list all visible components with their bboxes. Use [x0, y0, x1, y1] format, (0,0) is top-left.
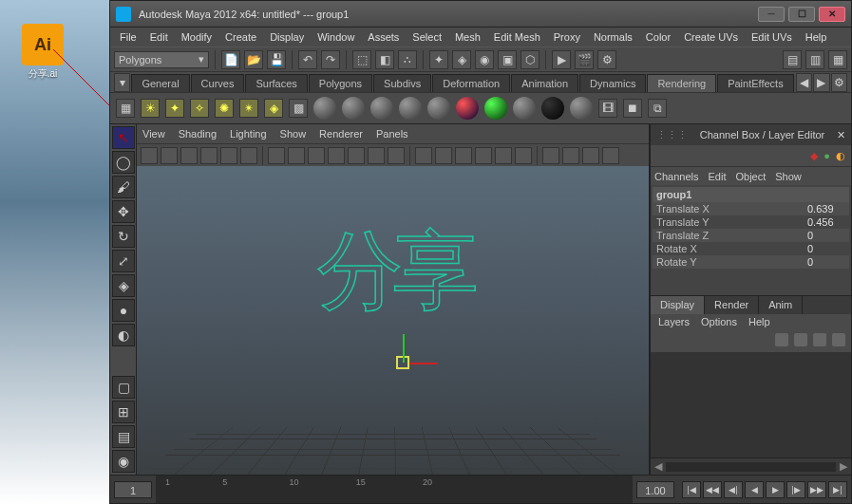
current-frame-field[interactable]: 1.00: [636, 481, 674, 498]
play-forward-button[interactable]: ▶: [766, 481, 785, 498]
menu-proxy[interactable]: Proxy: [548, 29, 586, 45]
persp-viewport[interactable]: 分享: [137, 166, 649, 475]
vp-2d-pan[interactable]: [220, 147, 237, 164]
hypershade-button[interactable]: ◉: [112, 450, 135, 473]
new-empty-layer-button[interactable]: [813, 333, 826, 346]
titlebar[interactable]: Autodesk Maya 2012 x64: untitled* --- gr…: [110, 1, 851, 28]
shelf-tab-surfaces[interactable]: Surfaces: [245, 74, 307, 92]
channel-box-toggle[interactable]: ▦: [828, 50, 847, 69]
cancel-batch-button[interactable]: ⏹: [623, 99, 642, 118]
vp-xray[interactable]: [562, 147, 579, 164]
render-button[interactable]: 🎬: [575, 50, 594, 69]
vp-menu-view[interactable]: View: [142, 128, 165, 140]
shelf-tab-painteffects[interactable]: PaintEffects: [717, 74, 794, 92]
vp-select-camera[interactable]: [141, 147, 158, 164]
desktop-file-icon[interactable]: Ai 分享.ai: [14, 24, 71, 81]
ramp-shader-button[interactable]: [456, 97, 479, 120]
universal-manip-tool[interactable]: ◈: [112, 274, 135, 297]
menu-create[interactable]: Create: [219, 29, 262, 45]
step-back-key-button[interactable]: ◀◀: [703, 481, 722, 498]
new-layer-selected-button[interactable]: [832, 333, 845, 346]
channel-object-name[interactable]: group1: [653, 187, 849, 202]
save-scene-button[interactable]: 💾: [267, 50, 286, 69]
vp-menu-shading[interactable]: Shading: [179, 128, 217, 140]
undo-button[interactable]: ↶: [298, 50, 317, 69]
menu-select[interactable]: Select: [407, 29, 447, 45]
menu-assets[interactable]: Assets: [362, 29, 405, 45]
channel-box-header[interactable]: ⋮⋮⋮ Channel Box / Layer Editor ✕: [651, 124, 851, 145]
vp-lock-camera[interactable]: [161, 147, 178, 164]
time-slider[interactable]: 1 1 5 10 15 20 1.00 |◀ ◀◀ ◀| ◀ ▶ |▶ ▶▶ ▶…: [110, 475, 851, 503]
panel-close-icon[interactable]: ✕: [837, 129, 845, 141]
snap-point-button[interactable]: ◉: [475, 50, 494, 69]
move-layer-up-button[interactable]: [775, 333, 788, 346]
redo-button[interactable]: ↷: [321, 50, 340, 69]
layer-tab-anim[interactable]: Anim: [759, 296, 803, 314]
vp-textured[interactable]: [455, 147, 472, 164]
layer-list[interactable]: [651, 352, 851, 458]
step-forward-key-button[interactable]: ▶▶: [807, 481, 826, 498]
shelf-tab-polygons[interactable]: Polygons: [309, 74, 372, 92]
shelf-tab-general[interactable]: General: [131, 74, 189, 92]
channel-manipulator-icon[interactable]: ◆: [810, 150, 818, 162]
lasso-tool[interactable]: ◯: [112, 151, 135, 174]
step-back-button[interactable]: ◀|: [724, 481, 743, 498]
shelf-menu-button[interactable]: ▾: [114, 73, 130, 92]
snap-live-button[interactable]: ⬡: [521, 50, 540, 69]
shelf-swatch-button[interactable]: ▦: [116, 99, 135, 118]
layered-shader-button[interactable]: [484, 97, 507, 120]
menu-window[interactable]: Window: [312, 29, 360, 45]
scale-tool[interactable]: ⤢: [112, 250, 135, 272]
attr-rotate-x[interactable]: Rotate X0: [653, 242, 849, 255]
layers-options-menu[interactable]: Options: [701, 316, 737, 329]
point-light-button[interactable]: ✧: [190, 99, 209, 118]
select-tool[interactable]: ↖: [112, 126, 135, 149]
phong-e-shader-button[interactable]: [399, 97, 422, 120]
channels-menu[interactable]: Channels: [654, 171, 698, 182]
select-component-button[interactable]: ∴: [398, 50, 417, 69]
vp-shadows[interactable]: [495, 147, 512, 164]
channels-object-menu[interactable]: Object: [735, 171, 766, 182]
attr-translate-x[interactable]: Translate X0.639: [653, 202, 849, 215]
attr-rotate-y[interactable]: Rotate Y0: [653, 255, 849, 269]
menu-color[interactable]: Color: [640, 29, 676, 45]
layer-tab-display[interactable]: Display: [651, 296, 705, 314]
ambient-light-button[interactable]: ✴: [239, 99, 258, 118]
single-pane-button[interactable]: ▢: [112, 376, 135, 399]
vp-use-all-lights[interactable]: [475, 147, 492, 164]
anisotropic-shader-button[interactable]: [427, 97, 450, 120]
scroll-right-icon[interactable]: ▶: [836, 460, 851, 473]
play-back-button[interactable]: ◀: [745, 481, 764, 498]
four-pane-button[interactable]: ⊞: [112, 401, 135, 423]
channel-speed-icon[interactable]: ●: [824, 150, 830, 161]
attr-translate-y[interactable]: Translate Y0.456: [653, 215, 849, 229]
directional-light-button[interactable]: ☀: [141, 99, 160, 118]
rotate-tool[interactable]: ↻: [112, 225, 135, 248]
show-batch-button[interactable]: ⧉: [648, 99, 667, 118]
menu-modify[interactable]: Modify: [176, 29, 218, 45]
panel-drag-icon[interactable]: ⋮⋮⋮: [656, 129, 688, 141]
layers-menu[interactable]: Layers: [658, 316, 690, 329]
manip-y-axis[interactable]: [403, 334, 405, 363]
vp-menu-show[interactable]: Show: [280, 128, 307, 140]
vp-wireframe[interactable]: [415, 147, 432, 164]
ipr-button[interactable]: ▶: [552, 50, 571, 69]
snap-curve-button[interactable]: ◈: [452, 50, 471, 69]
channels-edit-menu[interactable]: Edit: [708, 171, 726, 182]
menu-edituvs[interactable]: Edit UVs: [746, 29, 798, 45]
vp-expose[interactable]: [602, 147, 619, 164]
shading-map-button[interactable]: [570, 97, 593, 120]
menuset-dropdown[interactable]: Polygons▾: [114, 51, 209, 68]
snap-grid-button[interactable]: ✦: [429, 50, 448, 69]
go-to-end-button[interactable]: ▶|: [828, 481, 847, 498]
persp-outliner-button[interactable]: ▤: [112, 425, 135, 448]
shelf-tab-curves[interactable]: Curves: [191, 74, 245, 92]
shelf-tab-animation[interactable]: Animation: [511, 74, 578, 92]
step-forward-button[interactable]: |▶: [786, 481, 805, 498]
batch-render-button[interactable]: 🎞: [598, 99, 617, 118]
vp-safe-action[interactable]: [368, 147, 385, 164]
layer-tab-render[interactable]: Render: [705, 296, 759, 314]
time-ruler[interactable]: 1 5 10 15 20: [156, 476, 633, 503]
shelf-options-button[interactable]: ⚙: [831, 73, 847, 92]
vp-gate-mask[interactable]: [328, 147, 345, 164]
